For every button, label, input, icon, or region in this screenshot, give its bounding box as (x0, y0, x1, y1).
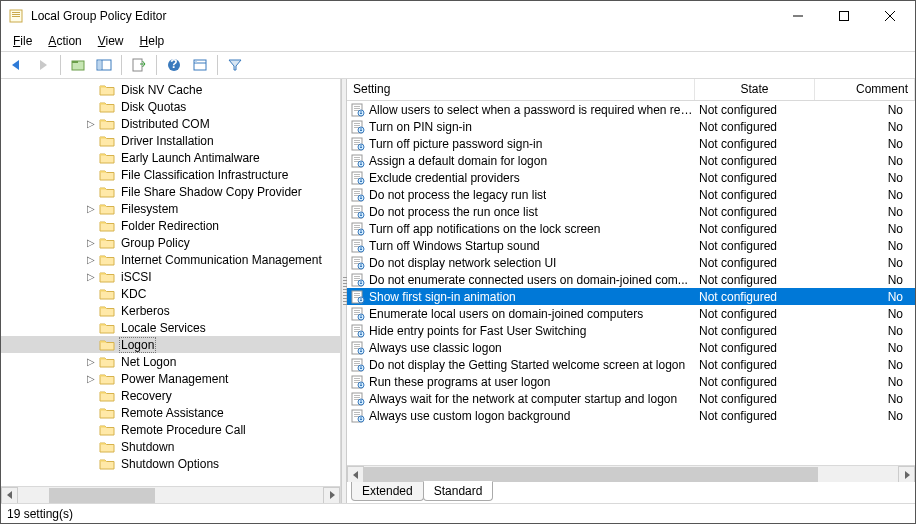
tree-item[interactable]: Remote Assistance (1, 404, 340, 421)
tree-item-label: Net Logon (119, 355, 178, 369)
tree-hscroll-thumb[interactable] (49, 488, 156, 503)
svg-rect-20 (354, 106, 360, 107)
svg-rect-45 (360, 162, 362, 163)
policy-row[interactable]: Always use custom logon backgroundNot co… (347, 407, 915, 424)
forward-button[interactable] (31, 54, 55, 76)
policy-comment: No (815, 103, 915, 117)
menu-view[interactable]: View (92, 32, 130, 50)
menu-file[interactable]: File (7, 32, 38, 50)
policy-row[interactable]: Always wait for the network at computer … (347, 390, 915, 407)
tree-item[interactable]: Disk Quotas (1, 98, 340, 115)
list-hscrollbar[interactable] (347, 465, 915, 482)
tree-item[interactable]: ▷Distributed COM (1, 115, 340, 132)
policy-row[interactable]: Assign a default domain for logonNot con… (347, 152, 915, 169)
tree-expander[interactable]: ▷ (85, 118, 97, 129)
tree-expander[interactable]: ▷ (85, 271, 97, 282)
tree-item-label: Disk Quotas (119, 100, 188, 114)
tree-item[interactable]: Driver Installation (1, 132, 340, 149)
tree-expander[interactable]: ▷ (85, 203, 97, 214)
svg-rect-53 (360, 181, 362, 182)
column-comment[interactable]: Comment (815, 79, 915, 100)
policy-row[interactable]: Hide entry points for Fast User Switchin… (347, 322, 915, 339)
tree-item[interactable]: File Classification Infrastructure (1, 166, 340, 183)
policy-row[interactable]: Always use classic logonNot configuredNo (347, 339, 915, 356)
tree-item[interactable]: Shutdown Options (1, 455, 340, 472)
policy-row[interactable]: Allow users to select when a password is… (347, 101, 915, 118)
tree-item[interactable]: Early Launch Antimalware (1, 149, 340, 166)
policy-state: Not configured (695, 205, 815, 219)
export-list-button[interactable] (127, 54, 151, 76)
policy-row[interactable]: Turn off app notifications on the lock s… (347, 220, 915, 237)
column-state[interactable]: State (695, 79, 815, 100)
back-button[interactable] (5, 54, 29, 76)
policy-icon (351, 222, 365, 236)
tree-expander[interactable]: ▷ (85, 356, 97, 367)
tree-item[interactable]: Disk NV Cache (1, 81, 340, 98)
tree-expander[interactable]: ▷ (85, 254, 97, 265)
tree-item[interactable]: Locale Services (1, 319, 340, 336)
policy-row[interactable]: Enumerate local users on domain-joined c… (347, 305, 915, 322)
menu-help[interactable]: Help (134, 32, 171, 50)
policy-row[interactable]: Turn on PIN sign-inNot configuredNo (347, 118, 915, 135)
tree-expander[interactable]: ▷ (85, 237, 97, 248)
policy-comment: No (815, 188, 915, 202)
client-area: Disk NV CacheDisk Quotas▷Distributed COM… (1, 79, 915, 503)
tree-item[interactable]: Logon (1, 336, 340, 353)
minimize-button[interactable] (775, 1, 821, 31)
scroll-left-button[interactable] (1, 487, 18, 504)
tree-hscrollbar[interactable] (1, 486, 340, 503)
up-button[interactable] (66, 54, 90, 76)
tree-item[interactable]: Remote Procedure Call (1, 421, 340, 438)
tree-item-label: Folder Redirection (119, 219, 221, 233)
properties-button[interactable] (188, 54, 212, 76)
svg-rect-5 (840, 12, 849, 21)
policy-row[interactable]: Do not display network selection UINot c… (347, 254, 915, 271)
folder-icon (99, 389, 115, 403)
maximize-button[interactable] (821, 1, 867, 31)
tree-expander[interactable]: ▷ (85, 373, 97, 384)
policy-row[interactable]: Do not process the run once listNot conf… (347, 203, 915, 220)
tree-pane: Disk NV CacheDisk Quotas▷Distributed COM… (1, 79, 341, 503)
help-button[interactable]: ? (162, 54, 186, 76)
pane-splitter[interactable] (341, 79, 347, 503)
show-hide-tree-button[interactable] (92, 54, 116, 76)
policy-row[interactable]: Turn off Windows Startup soundNot config… (347, 237, 915, 254)
tree-item[interactable]: Folder Redirection (1, 217, 340, 234)
list-scroll-right-button[interactable] (898, 466, 915, 483)
svg-rect-146 (354, 412, 360, 413)
close-button[interactable] (867, 1, 913, 31)
list-hscroll-thumb[interactable] (364, 467, 818, 482)
list-scroll-left-button[interactable] (347, 466, 364, 483)
policy-list[interactable]: Allow users to select when a password is… (347, 101, 915, 465)
policy-row[interactable]: Do not display the Getting Started welco… (347, 356, 915, 373)
tree-item[interactable]: ▷iSCSI (1, 268, 340, 285)
tree-item[interactable]: ▷Net Logon (1, 353, 340, 370)
column-setting[interactable]: Setting (347, 79, 695, 100)
policy-row[interactable]: Exclude credential providersNot configur… (347, 169, 915, 186)
tab-standard[interactable]: Standard (423, 481, 494, 501)
tree-item[interactable]: File Share Shadow Copy Provider (1, 183, 340, 200)
policy-row[interactable]: Turn off picture password sign-inNot con… (347, 135, 915, 152)
tree-item-label: Distributed COM (119, 117, 212, 131)
tree-item[interactable]: ▷Internet Communication Management (1, 251, 340, 268)
policy-row[interactable]: Show first sign-in animationNot configur… (347, 288, 915, 305)
policy-name: Always wait for the network at computer … (369, 392, 677, 406)
scroll-right-button[interactable] (323, 487, 340, 504)
folder-icon (99, 100, 115, 114)
tree-item[interactable]: Kerberos (1, 302, 340, 319)
filter-button[interactable] (223, 54, 247, 76)
tree-item[interactable]: ▷Power Management (1, 370, 340, 387)
folder-icon (99, 236, 115, 250)
tab-extended[interactable]: Extended (351, 482, 424, 501)
policy-row[interactable]: Run these programs at user logonNot conf… (347, 373, 915, 390)
menu-action[interactable]: Action (42, 32, 87, 50)
tree-item[interactable]: ▷Group Policy (1, 234, 340, 251)
tree-item[interactable]: Recovery (1, 387, 340, 404)
policy-name: Do not display network selection UI (369, 256, 556, 270)
policy-row[interactable]: Do not enumerate connected users on doma… (347, 271, 915, 288)
tree-item[interactable]: KDC (1, 285, 340, 302)
tree-view[interactable]: Disk NV CacheDisk Quotas▷Distributed COM… (1, 79, 340, 486)
policy-row[interactable]: Do not process the legacy run listNot co… (347, 186, 915, 203)
tree-item[interactable]: ▷Filesystem (1, 200, 340, 217)
tree-item[interactable]: Shutdown (1, 438, 340, 455)
